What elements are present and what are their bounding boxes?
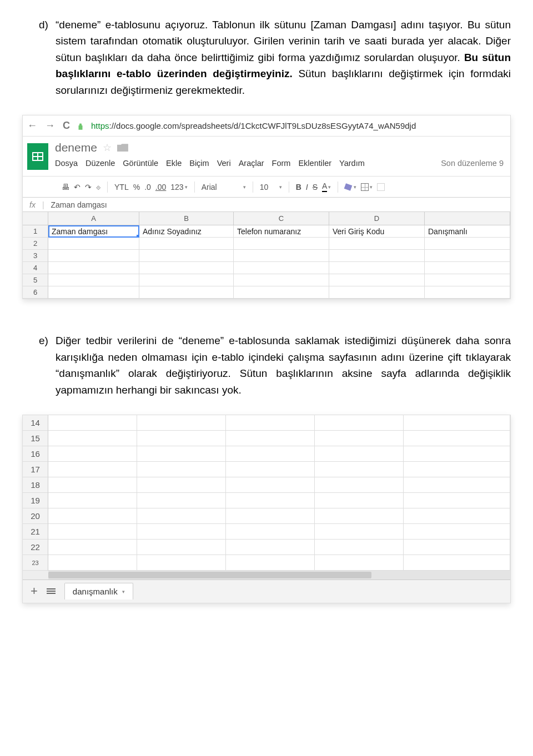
cell[interactable] bbox=[425, 286, 510, 299]
print-icon[interactable]: 🖶 bbox=[62, 183, 69, 191]
cell[interactable] bbox=[425, 250, 510, 262]
cell[interactable] bbox=[315, 493, 404, 508]
cell[interactable] bbox=[234, 274, 329, 286]
cell[interactable] bbox=[315, 524, 404, 540]
menu-yardim[interactable]: Yardım bbox=[339, 159, 365, 168]
cell[interactable] bbox=[404, 524, 510, 540]
row-header[interactable]: 16 bbox=[23, 446, 48, 462]
sheet-tab-danismanlik[interactable]: danışmanlık ▾ bbox=[64, 583, 133, 599]
cell[interactable] bbox=[137, 555, 226, 571]
cell[interactable] bbox=[226, 431, 315, 446]
cell[interactable] bbox=[226, 508, 315, 524]
cell[interactable] bbox=[234, 238, 329, 250]
cell[interactable] bbox=[137, 524, 226, 540]
row-header[interactable]: 17 bbox=[23, 462, 48, 477]
cell[interactable] bbox=[139, 274, 234, 286]
cell[interactable] bbox=[48, 446, 137, 462]
row-header[interactable]: 1 bbox=[23, 225, 48, 238]
cell[interactable] bbox=[234, 286, 329, 299]
reload-icon[interactable]: C bbox=[63, 120, 70, 132]
menu-eklentiler[interactable]: Eklentiler bbox=[298, 159, 331, 168]
menu-dosya[interactable]: Dosya bbox=[55, 159, 78, 168]
col-header-d[interactable]: D bbox=[329, 212, 425, 225]
chevron-down-icon[interactable]: ▾ bbox=[122, 589, 125, 594]
cell[interactable] bbox=[48, 477, 137, 493]
cell[interactable] bbox=[137, 540, 226, 555]
row-header[interactable]: 2 bbox=[23, 238, 48, 250]
cell[interactable] bbox=[329, 238, 425, 250]
row-header[interactable]: 4 bbox=[23, 262, 48, 274]
row-header[interactable]: 20 bbox=[23, 508, 48, 524]
row-header[interactable]: 15 bbox=[23, 431, 48, 446]
italic-button[interactable]: I bbox=[306, 183, 308, 191]
text-color-button[interactable]: A ▾ bbox=[322, 182, 331, 192]
row-header[interactable]: 21 bbox=[23, 524, 48, 540]
font-size-select[interactable]: 10▾ bbox=[260, 183, 282, 191]
num-format-button[interactable]: 123 ▾ bbox=[170, 183, 187, 191]
cell-d1[interactable]: Veri Giriş Kodu bbox=[329, 225, 425, 238]
cell-b1[interactable]: Adınız Soyadınız bbox=[139, 225, 234, 238]
cell[interactable] bbox=[404, 555, 510, 571]
undo-icon[interactable]: ↶ bbox=[74, 183, 81, 191]
cell[interactable] bbox=[48, 493, 137, 508]
cell[interactable] bbox=[425, 262, 510, 274]
cell[interactable] bbox=[315, 555, 404, 571]
cell[interactable] bbox=[425, 274, 510, 286]
cell[interactable] bbox=[315, 508, 404, 524]
cell[interactable] bbox=[226, 524, 315, 540]
cell[interactable] bbox=[404, 540, 510, 555]
add-sheet-icon[interactable]: + bbox=[31, 584, 38, 598]
cell[interactable] bbox=[404, 431, 510, 446]
dec-more-button[interactable]: .00 bbox=[155, 183, 166, 191]
font-select[interactable]: Arial▾ bbox=[202, 183, 246, 191]
cell[interactable] bbox=[48, 415, 137, 431]
cell[interactable] bbox=[48, 555, 137, 571]
row-header[interactable]: 6 bbox=[23, 286, 48, 299]
cell[interactable] bbox=[425, 238, 510, 250]
cell[interactable] bbox=[404, 415, 510, 431]
fill-color-button[interactable]: ▾ bbox=[345, 183, 356, 191]
cell[interactable] bbox=[226, 493, 315, 508]
cell[interactable] bbox=[48, 431, 137, 446]
url-text[interactable]: https://docs.google.com/spreadsheets/d/1… bbox=[91, 121, 416, 130]
strike-button[interactable]: S bbox=[313, 183, 318, 191]
redo-icon[interactable]: ↷ bbox=[85, 183, 92, 191]
cell[interactable] bbox=[404, 493, 510, 508]
cell[interactable] bbox=[226, 462, 315, 477]
cell[interactable] bbox=[315, 446, 404, 462]
cell[interactable] bbox=[48, 262, 139, 274]
cell[interactable] bbox=[139, 262, 234, 274]
cell[interactable] bbox=[137, 493, 226, 508]
col-header-a[interactable]: A bbox=[48, 212, 139, 225]
cell[interactable] bbox=[315, 431, 404, 446]
cell[interactable] bbox=[404, 477, 510, 493]
cell[interactable] bbox=[139, 286, 234, 299]
cell[interactable] bbox=[329, 286, 425, 299]
percent-button[interactable]: % bbox=[133, 183, 140, 191]
folder-icon[interactable] bbox=[117, 144, 128, 152]
cell[interactable] bbox=[329, 250, 425, 262]
cell[interactable] bbox=[226, 555, 315, 571]
cell[interactable] bbox=[226, 446, 315, 462]
paint-format-icon[interactable]: ⟐ bbox=[96, 183, 100, 191]
menu-araclar[interactable]: Araçlar bbox=[239, 159, 264, 168]
cell[interactable] bbox=[48, 286, 139, 299]
row-header[interactable]: 22 bbox=[23, 540, 48, 555]
cell-a1[interactable]: Zaman damgası bbox=[48, 225, 139, 238]
cell[interactable] bbox=[234, 262, 329, 274]
select-all-corner[interactable] bbox=[23, 212, 48, 225]
cell[interactable] bbox=[139, 238, 234, 250]
horizontal-scrollbar[interactable] bbox=[23, 571, 510, 579]
cell[interactable] bbox=[226, 540, 315, 555]
cell[interactable] bbox=[137, 415, 226, 431]
cell[interactable] bbox=[137, 477, 226, 493]
cell[interactable] bbox=[226, 415, 315, 431]
cell[interactable] bbox=[139, 250, 234, 262]
cell[interactable] bbox=[48, 462, 137, 477]
col-header-b[interactable]: B bbox=[139, 212, 234, 225]
cell[interactable] bbox=[315, 415, 404, 431]
forward-icon[interactable]: → bbox=[45, 120, 55, 132]
cell[interactable] bbox=[137, 462, 226, 477]
col-header-e[interactable] bbox=[425, 212, 510, 225]
cell[interactable] bbox=[315, 540, 404, 555]
